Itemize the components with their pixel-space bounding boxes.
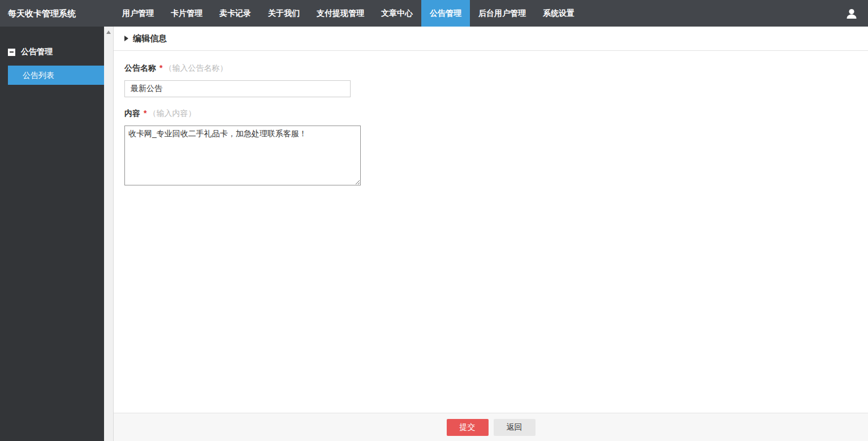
edit-form: 公告名称*（输入公告名称） 内容*（输入内容） 收卡网_专业回收二手礼品卡，加急… [114, 51, 868, 413]
form-footer: 提交 返回 [114, 413, 868, 441]
announcement-name-label-row: 公告名称*（输入公告名称） [124, 63, 857, 74]
page-body: 公告管理 公告列表 编辑信息 公告名称*（输入公告名称） 内容*（输入内容） 收… [0, 27, 868, 441]
sidebar-item-announcement-list[interactable]: 公告列表 [8, 66, 104, 85]
user-icon [845, 7, 858, 20]
user-menu[interactable] [845, 0, 868, 27]
content-hint: （输入内容） [148, 109, 196, 118]
content-label-row: 内容*（输入内容） [124, 109, 857, 119]
caret-right-icon [124, 36, 128, 41]
sidebar: 公告管理 公告列表 [0, 27, 104, 441]
app-title: 每天收卡管理系统 [0, 0, 114, 27]
main-content: 编辑信息 公告名称*（输入公告名称） 内容*（输入内容） 收卡网_专业回收二手礼… [114, 27, 868, 441]
vertical-scrollbar[interactable] [104, 27, 114, 441]
nav-item-admin-users[interactable]: 后台用户管理 [470, 0, 534, 27]
announcement-name-hint: （输入公告名称） [164, 63, 227, 72]
collapse-minus-icon[interactable] [8, 49, 15, 56]
sidebar-group-label: 公告管理 [21, 47, 53, 57]
nav-item-system-settings[interactable]: 系统设置 [534, 0, 583, 27]
announcement-name-label: 公告名称 [124, 63, 156, 72]
nav-item-users[interactable]: 用户管理 [114, 0, 162, 27]
section-title: 编辑信息 [133, 27, 167, 50]
main-nav: 用户管理 卡片管理 卖卡记录 关于我们 支付提现管理 文章中心 公告管理 后台用… [114, 0, 583, 27]
top-navbar: 每天收卡管理系统 用户管理 卡片管理 卖卡记录 关于我们 支付提现管理 文章中心… [0, 0, 868, 27]
scroll-up-arrow-icon[interactable] [106, 31, 111, 34]
nav-item-announcements[interactable]: 公告管理 [421, 0, 470, 27]
nav-item-cards[interactable]: 卡片管理 [162, 0, 211, 27]
nav-item-sell-records[interactable]: 卖卡记录 [211, 0, 260, 27]
nav-item-articles[interactable]: 文章中心 [373, 0, 421, 27]
nav-item-payment-withdraw[interactable]: 支付提现管理 [308, 0, 373, 27]
required-asterisk: * [159, 63, 162, 72]
back-button[interactable]: 返回 [494, 419, 536, 436]
sidebar-group-announcements[interactable]: 公告管理 [8, 47, 104, 57]
required-asterisk: * [144, 109, 146, 118]
content-textarea[interactable]: 收卡网_专业回收二手礼品卡，加急处理联系客服！ [124, 126, 361, 185]
section-header: 编辑信息 [114, 27, 868, 51]
nav-item-about[interactable]: 关于我们 [260, 0, 308, 27]
announcement-name-input[interactable] [124, 80, 351, 97]
content-label: 内容 [124, 109, 140, 118]
submit-button[interactable]: 提交 [447, 419, 489, 436]
